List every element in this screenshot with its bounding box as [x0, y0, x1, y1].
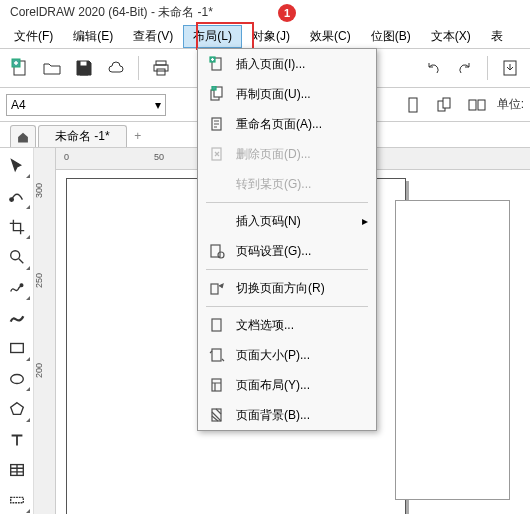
- callout-1: 1: [278, 4, 296, 22]
- menu-doc-options[interactable]: 文档选项...: [198, 310, 376, 340]
- portrait-button[interactable]: [399, 91, 427, 119]
- menu-label: 切换页面方向(R): [236, 280, 325, 297]
- pick-tool[interactable]: [3, 152, 31, 179]
- units-label: 单位:: [497, 96, 524, 113]
- add-tab-button[interactable]: +: [127, 125, 149, 147]
- docker-panel[interactable]: [395, 200, 510, 500]
- vertical-ruler: 300 250 200: [34, 148, 56, 514]
- menu-page-bg[interactable]: 页面背景(B)...: [198, 400, 376, 430]
- separator: [487, 56, 488, 80]
- page-size-select[interactable]: A4 ▾: [6, 94, 166, 116]
- shape-tool[interactable]: [3, 182, 31, 209]
- menu-label: 删除页面(D)...: [236, 146, 311, 163]
- menu-object[interactable]: 对象(J): [242, 25, 300, 48]
- menu-label: 文档选项...: [236, 317, 294, 334]
- ruler-tick: 300: [34, 183, 44, 198]
- artistic-media-tool[interactable]: [3, 304, 31, 331]
- polygon-tool[interactable]: [3, 395, 31, 422]
- svg-rect-27: [211, 284, 218, 294]
- import-button[interactable]: [496, 54, 524, 82]
- page-tab-1[interactable]: 未命名 -1*: [38, 125, 127, 147]
- svg-point-13: [20, 284, 23, 287]
- svg-point-15: [10, 374, 23, 383]
- duplicate-page-icon: [206, 83, 228, 105]
- svg-rect-14: [10, 344, 23, 353]
- menu-insert-page[interactable]: 插入页面(I)...: [198, 49, 376, 79]
- ruler-tick: 250: [34, 273, 44, 288]
- print-button[interactable]: [147, 54, 175, 82]
- redo-button[interactable]: [451, 54, 479, 82]
- rename-page-icon: [206, 113, 228, 135]
- facing-button[interactable]: [463, 91, 491, 119]
- open-button[interactable]: [38, 54, 66, 82]
- layout-menu-dropdown: 插入页面(I)... 再制页面(U)... 重命名页面(A)... 删除页面(D…: [197, 48, 377, 431]
- undo-button[interactable]: [419, 54, 447, 82]
- freehand-tool[interactable]: [3, 274, 31, 301]
- menu-label: 转到某页(G)...: [236, 176, 311, 193]
- menu-rename-page[interactable]: 重命名页面(A)...: [198, 109, 376, 139]
- menu-edit[interactable]: 编辑(E): [63, 25, 123, 48]
- svg-rect-25: [211, 245, 220, 257]
- menu-label: 再制页面(U)...: [236, 86, 311, 103]
- svg-rect-10: [478, 100, 485, 110]
- separator: [138, 56, 139, 80]
- pageno-settings-icon: [206, 240, 228, 262]
- zoom-tool[interactable]: [3, 243, 31, 270]
- chevron-down-icon: ▾: [155, 98, 161, 112]
- svg-rect-9: [469, 100, 476, 110]
- rectangle-tool[interactable]: [3, 335, 31, 362]
- menu-delete-page: 删除页面(D)...: [198, 139, 376, 169]
- chevron-right-icon: ▸: [362, 214, 368, 228]
- title-bar: CorelDRAW 2020 (64-Bit) - 未命名 -1*: [0, 0, 530, 24]
- orient-icon: [206, 277, 228, 299]
- svg-rect-4: [157, 69, 165, 75]
- delete-page-icon: [206, 143, 228, 165]
- menu-pageno-settings[interactable]: 页码设置(G)...: [198, 236, 376, 266]
- table-tool[interactable]: [3, 456, 31, 483]
- svg-rect-29: [212, 349, 221, 361]
- menu-switch-orient[interactable]: 切换页面方向(R): [198, 273, 376, 303]
- new-button[interactable]: [6, 54, 34, 82]
- menu-bitmap[interactable]: 位图(B): [361, 25, 421, 48]
- pageno-icon: [206, 210, 228, 232]
- text-tool[interactable]: [3, 426, 31, 453]
- menu-view[interactable]: 查看(V): [123, 25, 183, 48]
- cloud-button[interactable]: [102, 54, 130, 82]
- menu-duplicate-page[interactable]: 再制页面(U)...: [198, 79, 376, 109]
- save-button[interactable]: [70, 54, 98, 82]
- ellipse-tool[interactable]: [3, 365, 31, 392]
- menu-text[interactable]: 文本(X): [421, 25, 481, 48]
- menu-label: 重命名页面(A)...: [236, 116, 322, 133]
- menu-page-size[interactable]: 页面大小(P)...: [198, 340, 376, 370]
- svg-point-26: [218, 252, 224, 258]
- menu-label: 插入页面(I)...: [236, 56, 305, 73]
- multipage-button[interactable]: [431, 91, 459, 119]
- svg-point-11: [9, 198, 13, 202]
- menu-file[interactable]: 文件(F): [4, 25, 63, 48]
- menu-label: 页面布局(Y)...: [236, 377, 310, 394]
- menu-separator: [206, 306, 368, 307]
- svg-point-12: [10, 251, 19, 260]
- toolbox: [0, 148, 34, 514]
- menu-table[interactable]: 表: [481, 25, 513, 48]
- insert-page-icon: [206, 53, 228, 75]
- menu-label: 页面大小(P)...: [236, 347, 310, 364]
- svg-rect-8: [443, 98, 450, 108]
- menu-page-layout[interactable]: 页面布局(Y)...: [198, 370, 376, 400]
- svg-rect-22: [212, 86, 216, 90]
- menu-separator: [206, 202, 368, 203]
- ruler-tick: 0: [64, 152, 69, 162]
- menu-insert-pageno[interactable]: 插入页码(N) ▸: [198, 206, 376, 236]
- menu-bar: 文件(F) 编辑(E) 查看(V) 布局(L) 对象(J) 效果(C) 位图(B…: [0, 24, 530, 48]
- menu-label: 页面背景(B)...: [236, 407, 310, 424]
- menu-goto-page: 转到某页(G)...: [198, 169, 376, 199]
- page-bg-icon: [206, 404, 228, 426]
- menu-effects[interactable]: 效果(C): [300, 25, 361, 48]
- svg-rect-30: [212, 379, 221, 391]
- home-tab[interactable]: [10, 125, 36, 147]
- svg-rect-6: [409, 98, 417, 112]
- crop-tool[interactable]: [3, 213, 31, 240]
- dimension-tool[interactable]: [3, 487, 31, 514]
- menu-label: 页码设置(G)...: [236, 243, 311, 260]
- menu-layout[interactable]: 布局(L): [183, 25, 242, 48]
